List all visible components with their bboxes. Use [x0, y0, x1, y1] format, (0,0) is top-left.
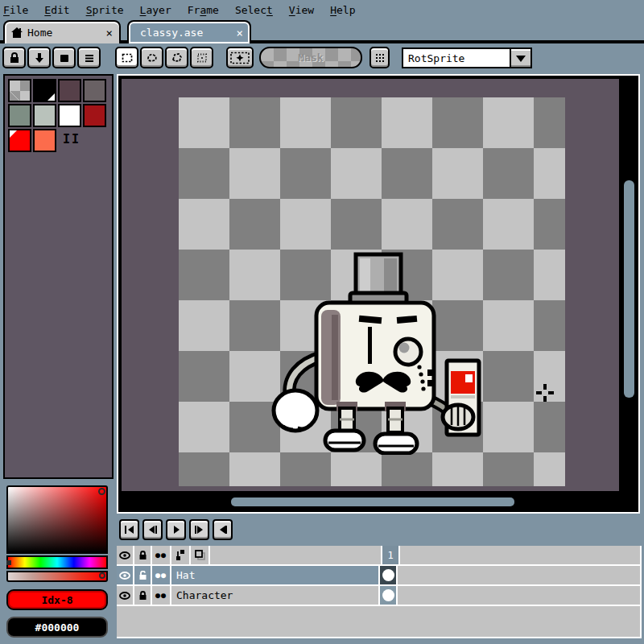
menu-view[interactable]: View: [289, 4, 314, 16]
character-lock-toggle[interactable]: [134, 586, 152, 606]
branch-icon: [175, 550, 185, 560]
palette-swatch-#564049[interactable]: [58, 79, 81, 102]
background-marker: [47, 93, 55, 101]
lock-column-toggle[interactable]: [134, 546, 152, 566]
down-arrow-button[interactable]: [27, 47, 51, 68]
character-continuous-toggle[interactable]: ●●: [152, 586, 171, 606]
toolbar: Mask RotSprite: [0, 43, 644, 74]
hat-cel-frame-1[interactable]: [380, 566, 398, 586]
palette-separator: II: [63, 132, 80, 147]
timeline-flow-button[interactable]: [171, 546, 191, 566]
selection-mode-button[interactable]: [226, 47, 254, 68]
tab-home-close-icon[interactable]: ×: [106, 27, 113, 39]
continuous-column-toggle[interactable]: ●●: [152, 546, 171, 566]
padlock-closed-icon: [138, 591, 147, 601]
timeline-header-row: ●● 1: [117, 546, 642, 566]
hat-lock-toggle[interactable]: [134, 566, 152, 586]
lasso-button[interactable]: [140, 47, 163, 68]
eye-icon: [119, 551, 130, 559]
palette-swatch-#b9c2bb[interactable]: [33, 104, 56, 127]
last-frame-button[interactable]: [213, 519, 233, 540]
dots-icon: ●●: [155, 571, 167, 580]
down-arrow-icon: [33, 52, 46, 64]
vertical-scrollbar-thumb[interactable]: [624, 180, 634, 398]
hat-layer-name[interactable]: Hat: [171, 566, 380, 586]
character-row-rest: [398, 586, 642, 606]
lasso-icon: [146, 52, 159, 64]
tab-home[interactable]: Home ×: [3, 20, 121, 43]
filled-square-icon: [58, 52, 71, 64]
tab-classy-ase[interactable]: classy.ase ×: [127, 20, 251, 43]
editor-viewport: [117, 74, 640, 514]
previous-frame-button[interactable]: [142, 519, 163, 540]
menu-help[interactable]: Help: [330, 4, 355, 16]
header-spacer: [210, 546, 382, 566]
next-frame-button[interactable]: [189, 519, 209, 540]
menu-bar: FileEditSpriteLayerFrameSelectViewHelp: [0, 0, 644, 19]
hamburger-icon: [83, 52, 96, 64]
grid-options-button[interactable]: [369, 47, 390, 68]
layer-row-hat[interactable]: ●● Hat: [117, 566, 642, 586]
shade-slider[interactable]: [6, 571, 108, 582]
foreground-marker: [10, 130, 17, 138]
tab-bar: Home × classy.ase ×: [0, 19, 644, 43]
frame-number-header[interactable]: 1: [382, 546, 400, 566]
crosshair-cursor-icon: [536, 384, 554, 402]
filled-square-button[interactable]: [52, 47, 76, 68]
layer-list: ●● 1: [117, 546, 642, 638]
visibility-column-toggle[interactable]: [117, 546, 134, 566]
last-frame-icon: [217, 526, 228, 534]
horizontal-scrollbar-thumb[interactable]: [231, 497, 514, 506]
menu-layer[interactable]: Layer: [140, 4, 171, 16]
palette-swatch-#fc6c4c[interactable]: [33, 129, 56, 152]
menu-file[interactable]: File: [3, 4, 28, 16]
shade-marker[interactable]: [99, 572, 105, 579]
play-button[interactable]: [166, 519, 186, 540]
menu-button[interactable]: [77, 47, 101, 68]
palette-swatch-#a21317[interactable]: [83, 104, 106, 127]
menu-frame[interactable]: Frame: [188, 4, 219, 16]
character-layer-name[interactable]: Character: [171, 586, 380, 606]
rotation-algorithm-dropdown[interactable]: RotSprite: [402, 47, 532, 68]
poly-lasso-button[interactable]: [165, 47, 188, 68]
hat-continuous-toggle[interactable]: ●●: [152, 566, 171, 586]
layers-options-button[interactable]: [191, 546, 210, 566]
dots-icon: ●●: [155, 551, 167, 559]
rect-select-button[interactable]: [115, 47, 138, 68]
tab-classy-close-icon[interactable]: ×: [237, 27, 243, 39]
palette-swatch-#000000[interactable]: [33, 79, 56, 102]
magic-wand-button[interactable]: [190, 47, 213, 68]
home-icon: [11, 27, 23, 38]
palette-swatch-#ff0000[interactable]: [8, 129, 31, 152]
menu-edit[interactable]: Edit: [44, 4, 69, 16]
lock-button[interactable]: [2, 47, 26, 68]
menu-select[interactable]: Select: [235, 4, 273, 16]
hex-color-button[interactable]: #000000: [6, 617, 108, 638]
dotted-grid-icon: [374, 52, 386, 64]
palette-swatch-#696164[interactable]: [83, 79, 106, 102]
first-frame-icon: [124, 526, 134, 534]
layer-row-character[interactable]: ●● Character: [117, 586, 642, 606]
play-icon: [171, 526, 181, 534]
tab-home-label: Home: [27, 27, 106, 39]
palette-index-button[interactable]: Idx-8: [6, 589, 108, 610]
dropdown-arrow-button[interactable]: [510, 49, 530, 67]
palette-swatch-transparent[interactable]: [8, 79, 31, 102]
menu-sprite[interactable]: Sprite: [86, 4, 124, 16]
sv-selection-marker[interactable]: [98, 488, 105, 495]
hue-marker[interactable]: [6, 560, 11, 565]
hat-visibility-toggle[interactable]: [117, 566, 134, 586]
layers-icon: [195, 550, 205, 560]
poly-lasso-icon: [171, 52, 184, 64]
palette-swatch-#7e8e84[interactable]: [8, 104, 31, 127]
character-cel-frame-1[interactable]: [380, 586, 398, 606]
eye-icon: [119, 572, 130, 580]
hue-slider[interactable]: [6, 555, 108, 569]
character-sprite: [266, 244, 501, 455]
mask-button[interactable]: Mask: [259, 47, 362, 68]
first-frame-button[interactable]: [119, 519, 139, 540]
palette-swatch-#ffffff[interactable]: [58, 104, 81, 127]
character-visibility-toggle[interactable]: [117, 586, 134, 606]
saturation-value-box[interactable]: [6, 485, 108, 554]
hat-row-rest: [398, 566, 642, 586]
